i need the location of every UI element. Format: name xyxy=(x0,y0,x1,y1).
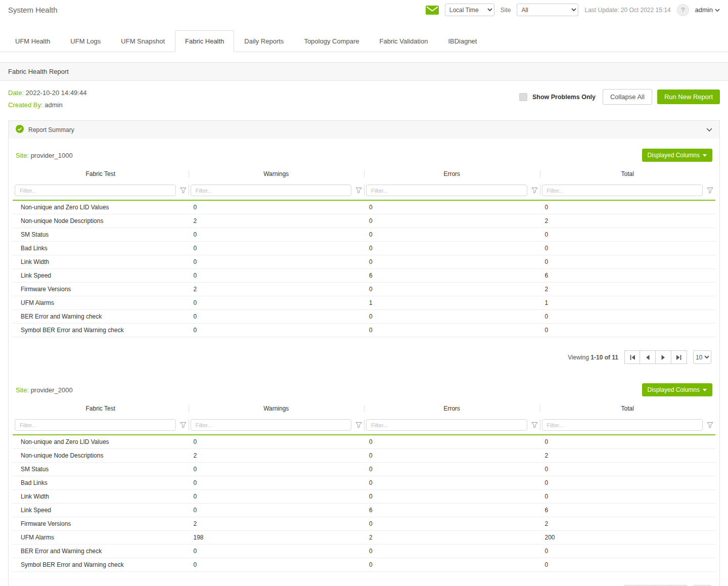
table-row[interactable]: BER Error and Warning check000 xyxy=(13,545,715,558)
table-row[interactable]: Link Width000 xyxy=(13,490,715,504)
filter-cell xyxy=(540,181,716,200)
show-problems-checkbox[interactable] xyxy=(519,93,527,101)
displayed-columns-button[interactable]: Displayed Columns xyxy=(642,149,712,162)
site-section-1: Site: provider_1000 Displayed Columns Fa… xyxy=(13,141,715,368)
table-row[interactable]: Link Speed066 xyxy=(13,269,715,283)
tab-fabric-health[interactable]: Fabric Health xyxy=(175,30,234,52)
table-row[interactable]: Non-unique Node Descriptions202 xyxy=(13,449,715,463)
table-row[interactable]: Link Speed066 xyxy=(13,504,715,517)
value-cell: 2 xyxy=(540,214,716,228)
fabric-test-cell: Firmware Versions xyxy=(13,283,189,296)
site-value: provider_1000 xyxy=(31,152,73,159)
table-row[interactable]: SM Status000 xyxy=(13,228,715,242)
value-cell: 0 xyxy=(364,283,540,296)
value-cell: 0 xyxy=(189,545,365,558)
filter-cell xyxy=(189,416,365,435)
filter-funnel-icon[interactable] xyxy=(180,422,187,428)
collapse-all-button[interactable]: Collapse All xyxy=(603,89,652,105)
value-cell: 0 xyxy=(540,545,716,558)
value-cell: 2 xyxy=(189,214,365,228)
filter-funnel-icon[interactable] xyxy=(707,187,713,194)
column-header: Total xyxy=(540,167,716,181)
page-size-select[interactable]: 10 xyxy=(693,350,711,364)
value-cell: 0 xyxy=(540,490,716,504)
value-cell: 0 xyxy=(364,558,540,572)
previous-page-button[interactable] xyxy=(640,350,656,364)
site-select[interactable]: All xyxy=(517,4,578,16)
last-page-button[interactable] xyxy=(671,350,687,364)
run-new-report-button[interactable]: Run New Report xyxy=(657,89,720,104)
tab-ufm-logs[interactable]: UFM Logs xyxy=(60,30,111,52)
column-header: Warnings xyxy=(189,401,365,416)
value-cell: 0 xyxy=(364,476,540,490)
table-row[interactable]: UFM Alarms011 xyxy=(13,296,715,310)
value-cell: 0 xyxy=(189,296,365,310)
value-cell: 6 xyxy=(364,269,540,283)
tab-ufm-health[interactable]: UFM Health xyxy=(5,30,60,52)
displayed-columns-button[interactable]: Displayed Columns xyxy=(642,383,712,396)
filter-funnel-icon[interactable] xyxy=(180,187,187,194)
tab-topology-compare[interactable]: Topology Compare xyxy=(294,30,369,52)
help-icon[interactable]: ? xyxy=(677,4,689,16)
fabric-test-cell: Bad Links xyxy=(13,476,189,490)
filter-input[interactable] xyxy=(15,419,176,431)
table-row[interactable]: Link Width000 xyxy=(13,255,715,269)
filter-funnel-icon[interactable] xyxy=(531,187,538,194)
value-cell: 2 xyxy=(189,517,365,531)
table-row[interactable]: Bad Links000 xyxy=(13,476,715,490)
fabric-test-cell: Non-unique and Zero LID Values xyxy=(13,435,189,449)
table-row[interactable]: Firmware Versions202 xyxy=(13,283,715,296)
table-row[interactable]: UFM Alarms1982200 xyxy=(13,531,715,545)
fabric-test-cell: Link Width xyxy=(13,490,189,504)
table-row[interactable]: Non-unique Node Descriptions202 xyxy=(13,214,715,228)
next-page-button[interactable] xyxy=(656,350,671,364)
filter-funnel-icon[interactable] xyxy=(355,422,362,428)
filter-funnel-icon[interactable] xyxy=(531,422,538,428)
section-title: Fabric Health Report xyxy=(0,62,728,81)
report-controls: Show Problems Only Collapse All Run New … xyxy=(519,89,720,105)
column-header: Fabric Test xyxy=(13,401,189,416)
filter-input[interactable] xyxy=(191,185,352,196)
table-row[interactable]: Symbol BER Error and Warning check000 xyxy=(13,324,715,337)
table-row[interactable]: Firmware Versions202 xyxy=(13,517,715,531)
table-row[interactable]: SM Status000 xyxy=(13,463,715,476)
filter-input[interactable] xyxy=(366,419,527,431)
column-header: Fabric Test xyxy=(13,167,189,181)
filter-input[interactable] xyxy=(366,185,527,196)
value-cell: 6 xyxy=(364,504,540,517)
column-header: Warnings xyxy=(189,167,365,181)
table-row[interactable]: BER Error and Warning check000 xyxy=(13,310,715,324)
value-cell: 0 xyxy=(364,463,540,476)
table-row[interactable]: Bad Links000 xyxy=(13,242,715,255)
mail-icon[interactable] xyxy=(426,6,439,15)
tab-daily-reports[interactable]: Daily Reports xyxy=(234,30,294,52)
filter-input[interactable] xyxy=(542,419,703,431)
value-cell: 0 xyxy=(189,504,365,517)
user-menu[interactable]: admin xyxy=(695,6,720,14)
value-cell: 0 xyxy=(540,310,716,324)
report-meta-row: Date: 2022-10-20 14:49:44 Created By: ad… xyxy=(8,89,720,113)
table-row[interactable]: Non-unique and Zero LID Values000 xyxy=(13,435,715,449)
fabric-test-cell: Link Width xyxy=(13,255,189,269)
chevron-down-icon[interactable] xyxy=(706,128,712,132)
tab-ufm-snapshot[interactable]: UFM Snapshot xyxy=(111,30,175,52)
value-cell: 2 xyxy=(189,449,365,463)
tab-fabric-validation[interactable]: Fabric Validation xyxy=(370,30,438,52)
value-cell: 0 xyxy=(364,490,540,504)
fabric-test-cell: BER Error and Warning check xyxy=(13,310,189,324)
value-cell: 0 xyxy=(189,558,365,572)
report-summary-header[interactable]: Report Summary xyxy=(9,121,719,139)
fabric-test-cell: SM Status xyxy=(13,463,189,476)
date-value: 2022-10-20 14:49:44 xyxy=(26,89,87,97)
filter-input[interactable] xyxy=(542,185,703,196)
filter-input[interactable] xyxy=(15,185,176,196)
timezone-select[interactable]: Local Time xyxy=(445,4,494,16)
filter-funnel-icon[interactable] xyxy=(707,422,713,428)
first-page-button[interactable] xyxy=(624,350,640,364)
filter-input[interactable] xyxy=(191,419,352,431)
value-cell: 2 xyxy=(540,283,716,296)
filter-funnel-icon[interactable] xyxy=(355,187,362,194)
table-row[interactable]: Non-unique and Zero LID Values000 xyxy=(13,200,715,214)
tab-ibdiagnet[interactable]: IBDiagnet xyxy=(438,30,487,52)
table-row[interactable]: Symbol BER Error and Warning check000 xyxy=(13,558,715,572)
